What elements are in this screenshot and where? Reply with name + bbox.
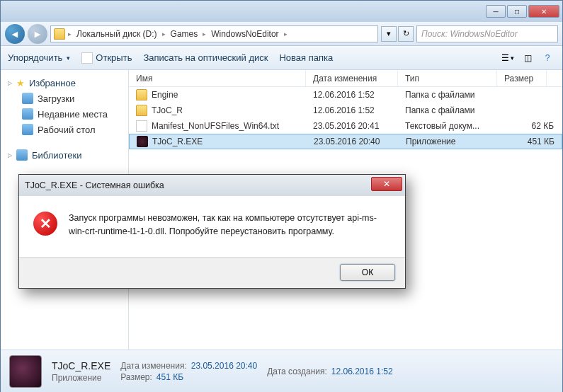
sidebar-item-downloads[interactable]: Загрузки — [4, 91, 125, 106]
downloads-icon — [22, 93, 33, 104]
dropdown-button[interactable]: ▾ — [381, 26, 397, 42]
file-row[interactable]: TJoC_R.EXE23.05.2016 20:40Приложение451 … — [129, 134, 562, 149]
close-button[interactable]: ✕ — [528, 5, 559, 18]
open-button[interactable]: Открыть — [81, 52, 132, 64]
error-icon: ✕ — [33, 212, 57, 236]
dialog-message: Запуск программы невозможен, так как на … — [69, 212, 391, 238]
file-type: Приложение — [406, 137, 505, 146]
file-type: Текстовый докум... — [405, 121, 504, 131]
dialog-body: ✕ Запуск программы невозможен, так как н… — [19, 196, 405, 257]
file-type: Папка с файлами — [405, 90, 504, 100]
file-name: TJoC_R — [152, 105, 183, 115]
recent-icon — [22, 108, 33, 120]
status-created-value: 12.06.2016 1:52 — [331, 367, 393, 376]
status-size-value: 451 КБ — [157, 372, 183, 382]
exe-icon — [137, 136, 148, 147]
file-row[interactable]: TJoC_R12.06.2016 1:52Папка с файлами — [129, 103, 562, 118]
view-menu-button[interactable]: ☰ — [500, 51, 516, 65]
new-folder-button[interactable]: Новая папка — [279, 52, 333, 63]
breadcrumb-segment[interactable]: Games — [169, 29, 200, 39]
status-size-label: Размер: — [120, 372, 152, 382]
burn-button[interactable]: Записать на оптический диск — [143, 52, 268, 63]
open-icon — [81, 52, 93, 64]
chevron-right-icon: ▸ — [67, 30, 73, 38]
file-row[interactable]: Manifest_NonUFSFiles_Win64.txt23.05.2016… — [129, 118, 562, 134]
status-thumbnail — [9, 355, 42, 388]
status-filetype: Приложение — [52, 373, 110, 383]
sidebar-libraries-header[interactable]: Библиотеки — [4, 147, 125, 163]
titlebar: ─ □ ✕ — [1, 1, 562, 22]
star-icon: ★ — [16, 78, 25, 88]
folder-icon — [136, 89, 147, 100]
search-placeholder: Поиск: WindowsNoEditor — [421, 29, 518, 39]
dialog-footer: ОК — [19, 257, 405, 288]
breadcrumb-segment[interactable]: Локальный диск (D:) — [74, 29, 159, 39]
file-size: 62 КБ — [504, 121, 554, 131]
dialog-titlebar[interactable]: TJoC_R.EXE - Системная ошибка ✕ — [19, 175, 405, 196]
file-row[interactable]: Engine12.06.2016 1:52Папка с файлами — [129, 87, 562, 103]
col-date-header[interactable]: Дата изменения — [306, 70, 398, 86]
toolbar: Упорядочить Открыть Записать на оптическ… — [1, 46, 562, 70]
breadcrumb-segment[interactable]: WindowsNoEditor — [209, 29, 280, 39]
col-type-header[interactable]: Тип — [398, 70, 497, 86]
chevron-right-icon: ▸ — [201, 30, 207, 38]
help-button[interactable]: ? — [540, 51, 555, 65]
libraries-icon — [16, 149, 28, 161]
file-name: TJoC_R.EXE — [152, 137, 203, 146]
drive-icon — [54, 28, 65, 40]
dialog-title-text: TJoC_R.EXE - Системная ошибка — [25, 180, 164, 190]
file-date: 12.06.2016 1:52 — [313, 105, 405, 115]
sidebar-item-recent[interactable]: Недавние места — [4, 106, 125, 122]
status-filename: TJoC_R.EXE — [52, 360, 110, 371]
status-mod-label: Дата изменения: — [120, 361, 187, 371]
refresh-button[interactable]: ↻ — [398, 26, 414, 42]
address-bar[interactable]: ▸ Локальный диск (D:) ▸ Games ▸ WindowsN… — [50, 25, 378, 42]
dialog-close-button[interactable]: ✕ — [371, 177, 402, 191]
error-dialog: TJoC_R.EXE - Системная ошибка ✕ ✕ Запуск… — [18, 174, 406, 289]
organize-button[interactable]: Упорядочить — [8, 52, 70, 63]
minimize-button[interactable]: ─ — [486, 5, 506, 18]
txt-icon — [136, 120, 147, 132]
nav-bar: ◄ ► ▸ Локальный диск (D:) ▸ Games ▸ Wind… — [1, 22, 562, 46]
search-input[interactable]: Поиск: WindowsNoEditor — [416, 25, 558, 42]
folder-icon — [136, 105, 147, 116]
file-date: 12.06.2016 1:52 — [313, 90, 405, 100]
preview-pane-button[interactable]: ◫ — [520, 51, 535, 65]
chevron-right-icon: ▸ — [161, 30, 167, 38]
back-button[interactable]: ◄ — [5, 24, 25, 44]
chevron-right-icon: ▸ — [283, 30, 289, 38]
sidebar-favorites-header[interactable]: ★ Избранное — [4, 76, 125, 91]
maximize-button[interactable]: □ — [507, 5, 527, 18]
sidebar-item-desktop[interactable]: Рабочий стол — [4, 122, 125, 137]
file-date: 23.05.2016 20:41 — [313, 121, 405, 131]
file-name: Engine — [152, 90, 178, 100]
column-headers: Имя Дата изменения Тип Размер — [129, 70, 562, 87]
status-created-label: Дата создания: — [267, 367, 327, 376]
file-name: Manifest_NonUFSFiles_Win64.txt — [152, 121, 279, 131]
desktop-icon — [22, 124, 33, 135]
col-size-header[interactable]: Размер — [497, 70, 547, 86]
file-date: 23.05.2016 20:40 — [314, 137, 406, 146]
ok-button[interactable]: ОК — [340, 264, 395, 281]
file-type: Папка с файлами — [405, 105, 504, 115]
status-bar: TJoC_R.EXE Приложение Дата изменения: 23… — [1, 350, 562, 392]
col-name-header[interactable]: Имя — [129, 70, 306, 86]
status-mod-value: 23.05.2016 20:40 — [191, 361, 257, 371]
forward-button[interactable]: ► — [28, 24, 47, 44]
file-size: 451 КБ — [505, 137, 555, 146]
